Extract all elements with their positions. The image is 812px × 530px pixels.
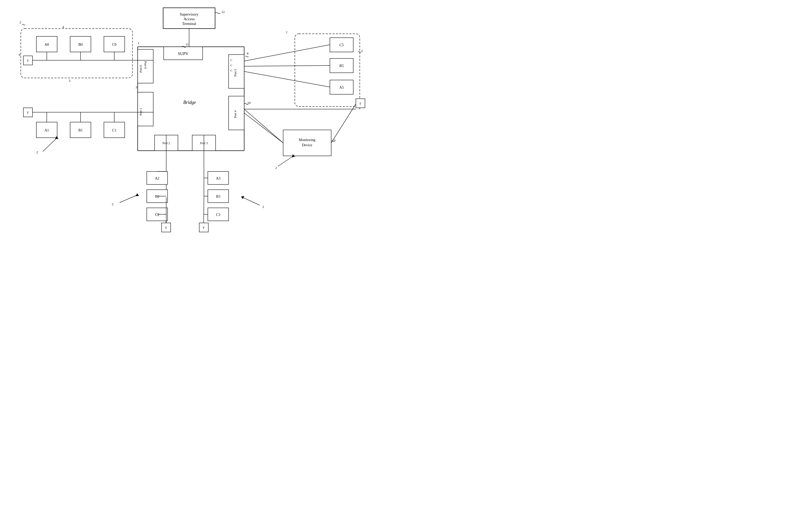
svg-text:C1: C1: [112, 128, 116, 132]
supv-label: SUPV: [178, 52, 189, 56]
svg-line-81: [244, 66, 330, 66]
svg-text:C: C: [230, 64, 232, 67]
svg-text:T: T: [165, 226, 167, 230]
svg-line-73: [243, 198, 260, 205]
svg-text:4: 4: [62, 25, 64, 29]
svg-text:12: 12: [221, 10, 225, 14]
svg-text:6: 6: [19, 53, 20, 57]
svg-text:A5: A5: [339, 85, 344, 89]
svg-line-82: [244, 71, 330, 87]
svg-text:5: 5: [69, 79, 71, 83]
svg-text:A0: A0: [44, 43, 49, 46]
svg-text:1: 1: [138, 41, 140, 45]
svg-marker-62: [135, 193, 139, 196]
svg-text:Port 1: Port 1: [139, 108, 143, 115]
svg-text:Device: Device: [302, 143, 312, 147]
svg-text:A3: A3: [216, 176, 220, 180]
svg-text:C0: C0: [112, 43, 116, 46]
svg-text:Port 4: Port 4: [233, 111, 237, 118]
svg-text:B2: B2: [155, 195, 159, 199]
svg-text:T: T: [203, 226, 205, 230]
svg-text:T: T: [27, 111, 29, 115]
svg-text:Port 0: Port 0: [139, 65, 143, 72]
svg-text:B3: B3: [216, 195, 220, 199]
svg-marker-74: [241, 196, 244, 199]
svg-text:Terminal: Terminal: [182, 22, 196, 26]
svg-line-94: [278, 156, 293, 166]
bridge-label: Bridge: [184, 100, 196, 105]
supervisory-terminal-label: Supervisory: [180, 12, 199, 16]
lan0-cluster: [21, 29, 132, 78]
svg-text:C5: C5: [339, 43, 344, 47]
svg-text:2: 2: [19, 20, 21, 24]
svg-text:2: 2: [275, 166, 277, 170]
svg-text:10: 10: [247, 101, 251, 105]
svg-text:A1: A1: [44, 128, 49, 132]
svg-line-91: [331, 104, 356, 143]
svg-line-47: [43, 138, 57, 152]
squiggle-12: [215, 13, 220, 14]
svg-text:7: 7: [286, 31, 288, 34]
svg-line-92: [244, 109, 283, 143]
svg-text:2: 2: [112, 202, 114, 206]
svg-text:C3: C3: [216, 213, 220, 217]
network-diagram: Supervisory Access Terminal 12 Bridge 1 …: [0, 0, 406, 265]
svg-line-71: [204, 198, 204, 223]
svg-text:2: 2: [37, 150, 38, 154]
svg-text:A2: A2: [155, 176, 159, 180]
svg-text:B0: B0: [78, 43, 83, 46]
svg-text:2: 2: [361, 49, 363, 53]
svg-text:Port 0: Port 0: [144, 61, 147, 69]
svg-text:C2: C2: [155, 213, 159, 217]
svg-text:T: T: [359, 102, 361, 105]
svg-text:B1: B1: [78, 128, 83, 132]
svg-line-90: [244, 113, 283, 143]
svg-text:11: 11: [186, 42, 189, 46]
svg-text:3: 3: [135, 85, 137, 89]
svg-text:C: C: [230, 58, 232, 61]
svg-line-80: [244, 45, 330, 61]
svg-text:C: C: [230, 69, 232, 72]
svg-text:Port 5: Port 5: [233, 69, 237, 76]
monitoring-device-box: [283, 130, 331, 156]
svg-text:T: T: [27, 59, 29, 62]
svg-text:Monitoring: Monitoring: [299, 138, 315, 142]
svg-text:Access: Access: [184, 17, 195, 21]
svg-text:B5: B5: [339, 64, 344, 68]
svg-text:8: 8: [247, 52, 249, 55]
svg-line-61: [119, 195, 138, 203]
svg-text:2: 2: [262, 205, 264, 209]
svg-text:9: 9: [334, 139, 336, 142]
